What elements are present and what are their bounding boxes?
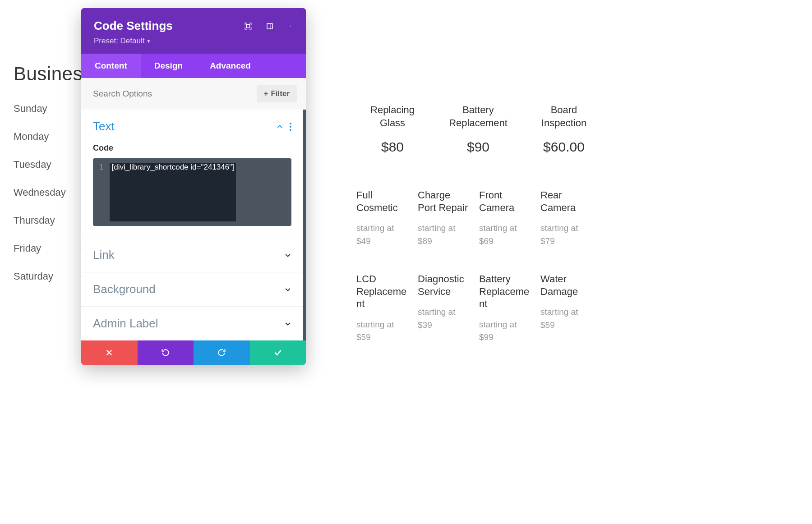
service-card: Rear Camera starting at $79 bbox=[540, 189, 591, 248]
service-title: Charge Port Repair bbox=[418, 189, 468, 214]
section-header-admin-label[interactable]: Admin Label bbox=[81, 307, 303, 340]
check-icon bbox=[273, 348, 282, 357]
service-card: LCD Replacement starting at $59 bbox=[356, 273, 407, 344]
redo-icon bbox=[217, 348, 226, 357]
service-title: Battery Replacement bbox=[444, 104, 512, 129]
tab-content[interactable]: Content bbox=[81, 54, 141, 78]
search-input[interactable] bbox=[90, 87, 257, 101]
save-button[interactable] bbox=[250, 340, 306, 365]
service-subtitle: starting at $79 bbox=[540, 222, 591, 248]
section-text: Text Code 1 [divi_library_shortcode id="… bbox=[81, 110, 303, 238]
section-more-icon[interactable] bbox=[290, 123, 291, 131]
service-subtitle: starting at $99 bbox=[479, 318, 530, 344]
service-price: $90 bbox=[444, 139, 512, 155]
service-card: Board Inspection $60.00 bbox=[530, 104, 598, 155]
filter-label: Filter bbox=[271, 89, 290, 98]
code-content: [divi_library_shortcode id="241346"] bbox=[110, 163, 236, 221]
tab-design[interactable]: Design bbox=[141, 54, 196, 78]
panel-header-icons bbox=[244, 22, 296, 31]
preset-dropdown[interactable]: Preset: Default ▼ bbox=[94, 37, 151, 46]
day-label: Thursday bbox=[14, 215, 77, 226]
caret-down-icon: ▼ bbox=[146, 39, 151, 44]
close-icon bbox=[105, 349, 113, 357]
section-header-background[interactable]: Background bbox=[81, 272, 303, 306]
service-subtitle: starting at $59 bbox=[540, 306, 591, 331]
settings-panel: Code Settings Preset: Default ▼ Content … bbox=[81, 8, 306, 365]
service-subtitle: starting at $89 bbox=[418, 222, 468, 248]
svg-point-4 bbox=[290, 26, 291, 26]
panel-header: Code Settings Preset: Default ▼ bbox=[81, 8, 306, 54]
undo-button[interactable] bbox=[138, 340, 194, 365]
section-title: Text bbox=[93, 120, 115, 133]
service-title: Diagnostic Service bbox=[418, 273, 468, 298]
service-title: Rear Camera bbox=[540, 189, 591, 214]
service-subtitle: starting at $59 bbox=[356, 318, 407, 344]
service-card: Battery Replacement $90 bbox=[444, 104, 512, 155]
section-admin-label: Admin Label bbox=[81, 307, 303, 340]
svg-rect-2 bbox=[270, 23, 271, 29]
service-title: Front Camera bbox=[479, 189, 530, 214]
service-card: Battery Replacement starting at $99 bbox=[479, 273, 530, 344]
tab-advanced[interactable]: Advanced bbox=[196, 54, 264, 78]
day-label: Wednesday bbox=[14, 187, 77, 198]
chevron-down-icon bbox=[284, 286, 291, 293]
day-label: Sunday bbox=[14, 103, 77, 115]
panel-body: Text Code 1 [divi_library_shortcode id="… bbox=[81, 110, 306, 340]
service-subtitle: starting at $39 bbox=[418, 306, 468, 331]
day-label: Saturday bbox=[14, 271, 77, 282]
code-editor[interactable]: 1 [divi_library_shortcode id="241346"] bbox=[93, 158, 291, 226]
section-header-text[interactable]: Text bbox=[81, 110, 303, 143]
day-label: Monday bbox=[14, 131, 77, 142]
services-area: Replacing Glass $80 Battery Replacement … bbox=[356, 104, 600, 344]
redo-button[interactable] bbox=[194, 340, 250, 365]
panel-tabs: Content Design Advanced bbox=[81, 54, 306, 78]
section-link: Link bbox=[81, 238, 303, 272]
service-price: $80 bbox=[359, 139, 426, 155]
cancel-button[interactable] bbox=[81, 340, 138, 365]
service-subtitle: starting at $69 bbox=[479, 222, 530, 248]
section-title: Admin Label bbox=[93, 317, 158, 331]
service-card: Front Camera starting at $69 bbox=[479, 189, 530, 248]
service-card: Full Cosmetic starting at $49 bbox=[356, 189, 407, 248]
service-title: LCD Replacement bbox=[356, 273, 407, 310]
preset-label: Preset: Default bbox=[94, 37, 144, 46]
svg-rect-0 bbox=[246, 24, 250, 28]
day-label: Tuesday bbox=[14, 159, 77, 170]
svg-point-5 bbox=[290, 27, 291, 27]
expand-icon[interactable] bbox=[244, 22, 253, 31]
day-label: Friday bbox=[14, 243, 77, 254]
chevron-up-icon[interactable] bbox=[276, 123, 283, 130]
service-card: Diagnostic Service starting at $39 bbox=[418, 273, 468, 344]
section-title: Link bbox=[93, 248, 115, 262]
chevron-down-icon bbox=[284, 252, 291, 259]
service-card: Replacing Glass $80 bbox=[359, 104, 426, 155]
service-title: Full Cosmetic bbox=[356, 189, 407, 214]
panel-footer bbox=[81, 340, 306, 365]
section-header-link[interactable]: Link bbox=[81, 238, 303, 272]
chevron-down-icon bbox=[284, 320, 291, 327]
service-card: Water Damage starting at $59 bbox=[540, 273, 591, 344]
responsive-icon[interactable] bbox=[265, 22, 274, 31]
service-price: $60.00 bbox=[530, 139, 598, 155]
service-title: Replacing Glass bbox=[359, 104, 426, 129]
filter-button[interactable]: + Filter bbox=[257, 85, 297, 102]
service-title: Water Damage bbox=[540, 273, 591, 298]
svg-point-3 bbox=[290, 25, 291, 25]
code-field-label: Code bbox=[93, 143, 291, 153]
service-title: Battery Replacement bbox=[479, 273, 530, 310]
service-title: Board Inspection bbox=[530, 104, 598, 129]
section-header-icons bbox=[276, 123, 291, 131]
plus-icon: + bbox=[264, 89, 268, 98]
service-subtitle: starting at $49 bbox=[356, 222, 407, 248]
panel-search-bar: + Filter bbox=[81, 78, 306, 110]
line-number: 1 bbox=[99, 163, 103, 221]
section-content-text: Code 1 [divi_library_shortcode id="24134… bbox=[81, 143, 303, 238]
undo-icon bbox=[161, 348, 170, 357]
section-title: Background bbox=[93, 282, 156, 296]
service-card: Charge Port Repair starting at $89 bbox=[418, 189, 468, 248]
more-menu-icon[interactable] bbox=[287, 22, 296, 31]
section-background: Background bbox=[81, 272, 303, 307]
